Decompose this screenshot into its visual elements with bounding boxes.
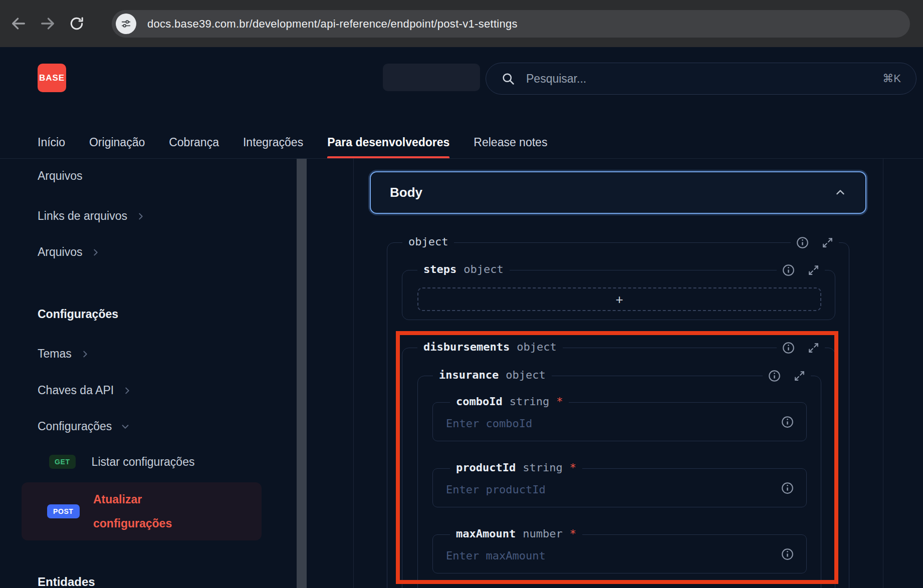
schema-insurance-actions (763, 369, 811, 383)
expand-icon[interactable] (807, 342, 820, 354)
info-icon[interactable] (781, 481, 794, 495)
logo[interactable]: BASE (38, 64, 66, 92)
get-badge: GET (49, 455, 76, 469)
plus-icon: + (615, 293, 623, 306)
info-icon[interactable] (781, 415, 794, 429)
chevron-up-icon (834, 187, 846, 199)
expand-icon[interactable] (821, 236, 834, 249)
info-icon[interactable] (782, 341, 795, 355)
add-step-button[interactable]: + (417, 287, 821, 311)
sidebar-item-links-de-arquivos[interactable]: Links de arquivos (38, 209, 145, 223)
info-icon[interactable] (782, 263, 795, 277)
logo-text: BASE (39, 73, 65, 83)
reload-icon (69, 16, 85, 32)
productId-input[interactable] (433, 469, 806, 507)
tab-cobranca[interactable]: Cobrança (169, 126, 219, 158)
field-maxAmount: maxAmount number * (432, 534, 807, 573)
field-comboId: comboId string * (432, 402, 807, 441)
address-bar[interactable]: docs.base39.com.br/development/api-refer… (112, 10, 910, 38)
header-placeholder (383, 64, 480, 91)
expand-icon[interactable] (793, 370, 806, 382)
schema-steps-label: steps object (417, 263, 510, 275)
schema-root-object: object steps object + disbursements (387, 242, 849, 588)
info-icon[interactable] (796, 236, 809, 249)
active-item-label: Atualizar configurações (93, 487, 193, 535)
schema-disbursements-object: disbursements object insurance object (402, 348, 835, 588)
schema-insurance-label: insurance object (433, 369, 552, 381)
tab-originacao[interactable]: Originação (89, 126, 145, 158)
site-settings-icon[interactable] (116, 14, 136, 34)
sidebar-item-configuracoes[interactable]: Configurações (38, 420, 130, 433)
back-arrow-icon (10, 15, 27, 32)
sidebar-item-arquivos[interactable]: Arquivos (38, 169, 82, 183)
tab-release-notes[interactable]: Release notes (474, 126, 547, 158)
post-badge: POST (47, 504, 80, 518)
sidebar-heading-configuracoes: Configurações (38, 308, 118, 321)
chevron-down-icon (121, 422, 130, 431)
maxAmount-input[interactable] (433, 535, 806, 573)
tab-integracoes[interactable]: Integrações (243, 126, 303, 158)
sidebar-heading-entidades: Entidades (38, 575, 95, 588)
url-text: docs.base39.com.br/development/api-refer… (147, 18, 518, 31)
tune-icon (120, 18, 132, 30)
chevron-right-icon (81, 350, 90, 359)
search-placeholder: Pesquisar... (526, 72, 882, 86)
content-right-divider (883, 159, 883, 588)
schema-insurance-object: insurance object comboId string * (417, 376, 821, 588)
sidebar-scrollbar[interactable] (297, 159, 307, 588)
schema-steps-actions (777, 263, 825, 277)
info-icon[interactable] (768, 369, 781, 383)
info-icon[interactable] (781, 547, 794, 561)
field-productId: productId string * (432, 468, 807, 507)
chevron-right-icon (136, 212, 145, 221)
reload-button[interactable] (62, 9, 91, 38)
search-shortcut: ⌘K (882, 72, 901, 85)
sidebar-item-atualizar-configuracoes[interactable]: POST Atualizar configurações (22, 482, 262, 540)
chevron-right-icon (91, 248, 100, 257)
tab-para-desenvolvedores[interactable]: Para desenvolvedores (327, 126, 449, 158)
search-bar[interactable]: Pesquisar... ⌘K (486, 63, 916, 95)
content-left-divider (353, 159, 354, 588)
primary-nav: Início Originação Cobrança Integrações P… (38, 126, 547, 158)
body-section-label: Body (390, 185, 422, 200)
search-icon (501, 72, 515, 86)
body-section-toggle[interactable]: Body (370, 171, 866, 214)
schema-root-actions (791, 236, 839, 249)
back-button[interactable] (4, 9, 33, 38)
forward-button[interactable] (33, 9, 62, 38)
sidebar-item-chaves-da-api[interactable]: Chaves da API (38, 384, 132, 397)
schema-disbursements-label: disbursements object (417, 341, 563, 353)
sidebar-item-listar-configuracoes[interactable]: GET Listar configurações (49, 455, 194, 469)
schema-steps-object: steps object + (402, 270, 835, 320)
schema-disbursements-actions (777, 341, 825, 355)
comboId-input[interactable] (433, 403, 806, 441)
chevron-right-icon (123, 386, 132, 395)
schema-root-label: object (402, 235, 454, 248)
expand-icon[interactable] (807, 264, 820, 276)
header-divider (0, 158, 923, 159)
sidebar-item-temas[interactable]: Temas (38, 347, 90, 361)
browser-chrome: docs.base39.com.br/development/api-refer… (0, 0, 923, 47)
forward-arrow-icon (39, 15, 56, 32)
tab-inicio[interactable]: Início (38, 126, 65, 158)
sidebar-item-arquivos-2[interactable]: Arquivos (38, 245, 100, 259)
